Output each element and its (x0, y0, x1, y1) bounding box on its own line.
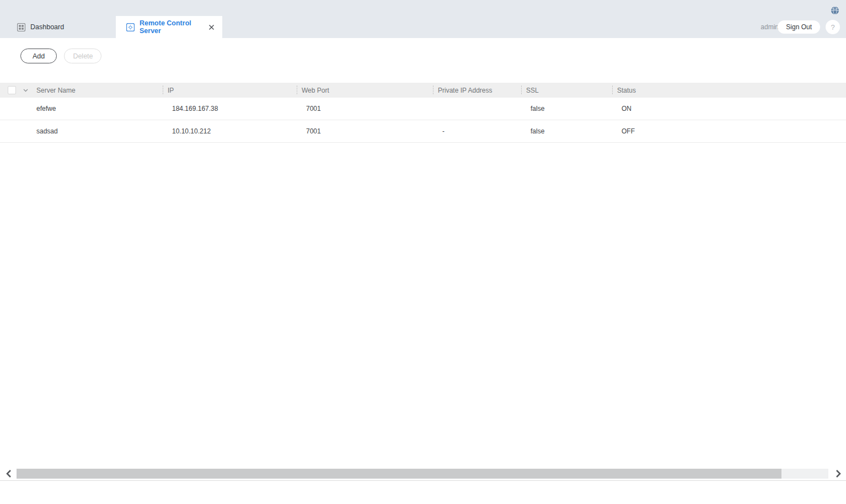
column-header-status[interactable]: Status (612, 83, 846, 98)
scrollbar-thumb[interactable] (17, 469, 781, 479)
server-table: Server Name IP Web Port Private IP Addre… (0, 83, 846, 143)
bottom-divider (0, 480, 846, 481)
column-header-private-ip[interactable]: Private IP Address (433, 83, 521, 98)
select-all-checkbox[interactable] (8, 86, 16, 94)
username-label: admin (761, 23, 779, 31)
globe-icon[interactable] (831, 6, 839, 15)
chevron-left-icon[interactable] (5, 469, 12, 480)
scrollbar-track[interactable] (17, 469, 828, 479)
cell-private-ip: - (433, 120, 521, 142)
cell-status: ON (612, 98, 846, 120)
add-button[interactable]: Add (20, 49, 57, 63)
tab-remote-control-server[interactable]: Remote Control Server (116, 16, 222, 38)
cell-ip: 184.169.167.38 (163, 98, 297, 120)
cell-web-port: 7001 (297, 98, 433, 120)
column-header-ip[interactable]: IP (163, 83, 297, 98)
tab-label: Dashboard (30, 23, 64, 31)
remote-control-icon (126, 23, 135, 31)
cell-ip: 10.10.10.212 (163, 120, 297, 142)
row-select-cell (0, 98, 22, 120)
cell-server-name: sadsad (31, 120, 163, 142)
chevron-right-icon[interactable] (835, 469, 842, 480)
help-button[interactable]: ? (826, 20, 840, 34)
cell-status: OFF (612, 120, 846, 142)
cell-ssl: false (521, 98, 612, 120)
top-tab-bar: Dashboard Remote Control S (0, 0, 846, 38)
horizontal-scrollbar[interactable] (0, 469, 846, 479)
dashboard-grid-icon (17, 23, 25, 31)
row-select-cell (0, 120, 22, 142)
sign-out-button[interactable]: Sign Out (778, 20, 820, 34)
tab-label: Remote Control Server (140, 19, 208, 35)
close-icon[interactable] (208, 24, 215, 30)
table-row[interactable]: sadsad 10.10.10.212 7001 - false OFF (0, 120, 846, 143)
tab-strip: Dashboard Remote Control S (0, 16, 222, 38)
table-header-row: Server Name IP Web Port Private IP Addre… (0, 83, 846, 98)
tab-dashboard[interactable]: Dashboard (0, 16, 116, 38)
column-header-web-port[interactable]: Web Port (297, 83, 433, 98)
main-content: Add Delete Server Name IP Web Port (0, 38, 846, 143)
column-header-ssl[interactable]: SSL (521, 83, 612, 98)
select-menu-cell (22, 83, 31, 98)
delete-button[interactable]: Delete (64, 49, 101, 63)
toolbar: Add Delete (0, 38, 846, 63)
select-all-cell (0, 83, 22, 98)
column-header-server-name[interactable]: Server Name (31, 83, 163, 98)
app-window: Dashboard Remote Control S (0, 0, 846, 504)
cell-web-port: 7001 (297, 120, 433, 142)
cell-private-ip (433, 98, 521, 120)
chevron-down-icon[interactable] (23, 89, 28, 92)
cell-ssl: false (521, 120, 612, 142)
cell-server-name: efefwe (31, 98, 163, 120)
table-row[interactable]: efefwe 184.169.167.38 7001 false ON (0, 98, 846, 120)
